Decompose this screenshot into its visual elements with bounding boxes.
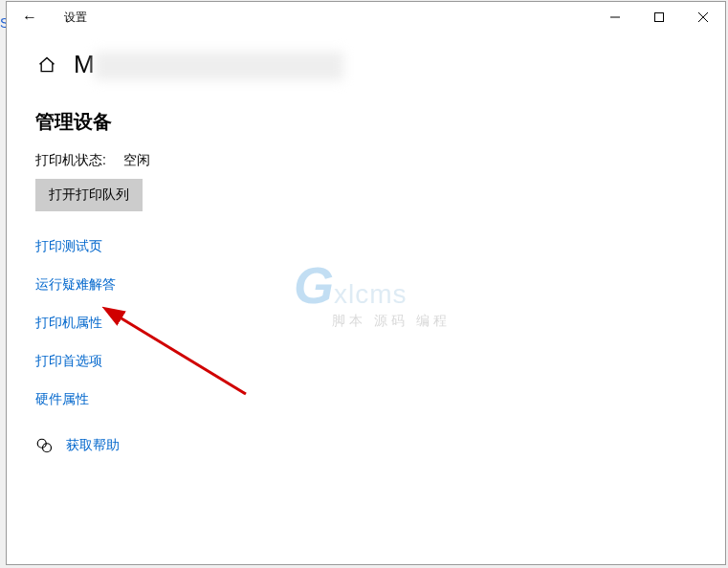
window-title: 设置 xyxy=(64,10,87,26)
minimize-button[interactable] xyxy=(593,2,637,33)
window-controls xyxy=(593,2,725,33)
device-name-prefix: M xyxy=(74,50,95,78)
help-icon xyxy=(35,437,53,454)
titlebar: ← 设置 xyxy=(7,2,725,33)
content-area: 管理设备 打印机状态: 空闲 打开打印队列 打印测试页 运行疑难解答 打印机属性… xyxy=(7,90,725,473)
maximize-button[interactable] xyxy=(637,2,681,33)
printing-preferences-link[interactable]: 打印首选项 xyxy=(35,353,102,370)
back-arrow-icon[interactable]: ← xyxy=(22,9,45,26)
close-button[interactable] xyxy=(681,2,725,33)
close-icon xyxy=(698,12,708,22)
get-help-link[interactable]: 获取帮助 xyxy=(66,437,120,454)
print-test-page-link[interactable]: 打印测试页 xyxy=(35,238,102,255)
redacted-name xyxy=(95,52,343,80)
hardware-properties-link[interactable]: 硬件属性 xyxy=(35,391,89,408)
header-row: M xyxy=(7,33,725,90)
minimize-icon xyxy=(610,12,620,22)
maximize-icon xyxy=(654,12,664,22)
settings-window: ← 设置 M 管理设备 打印机状态: 空闲 打开打印队列 打印测试页 xyxy=(6,1,726,565)
status-label: 打印机状态: xyxy=(35,152,106,167)
printer-properties-link[interactable]: 打印机属性 xyxy=(35,315,102,332)
printer-status: 打印机状态: 空闲 xyxy=(35,152,696,169)
get-help-row: 获取帮助 xyxy=(35,437,696,454)
section-title: 管理设备 xyxy=(35,109,696,135)
svg-rect-1 xyxy=(655,13,664,22)
run-troubleshooter-link[interactable]: 运行疑难解答 xyxy=(35,276,116,294)
status-value: 空闲 xyxy=(123,152,150,167)
open-print-queue-button[interactable]: 打开打印队列 xyxy=(35,179,143,211)
device-name: M xyxy=(74,50,343,80)
home-icon[interactable] xyxy=(37,55,56,75)
